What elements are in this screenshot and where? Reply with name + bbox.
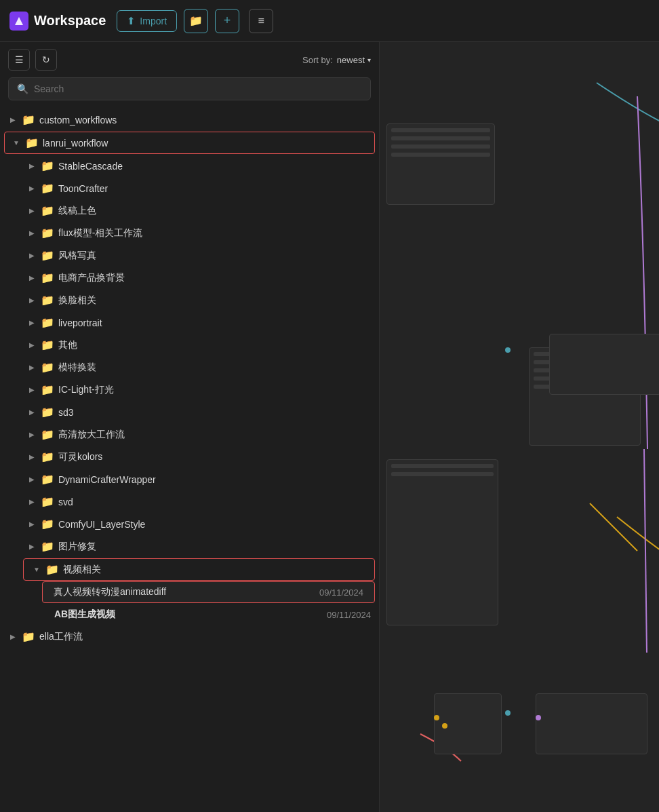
folder-label: 电商产品换背景 <box>58 272 371 284</box>
folder-label: ComfyUI_LayerStyle <box>58 519 371 530</box>
chevron-right-icon: ▶ <box>27 386 37 393</box>
folder-label: 可灵kolors <box>58 451 371 463</box>
folder-ic-light[interactable]: ▶ 📁 IC-Light-打光 <box>19 379 379 401</box>
folder-lanrui-workflow[interactable]: ▼ 📁 lanrui_workflow <box>4 132 375 154</box>
menu-button[interactable]: ≡ <box>249 9 273 33</box>
chevron-right-icon: ▶ <box>27 319 37 326</box>
node-3 <box>386 459 498 625</box>
workspace-title: Workspace <box>34 13 106 28</box>
folder-label-custom: custom_workflows <box>39 115 371 125</box>
chevron-right-icon: ▶ <box>27 543 37 550</box>
folder-label: flux模型-相关工作流 <box>58 227 371 239</box>
folder-label: IC-Light-打光 <box>58 384 371 396</box>
folder-other[interactable]: ▶ 📁 其他 <box>19 334 379 356</box>
file-name-ab: AB图生成视频 <box>54 608 327 621</box>
chevron-right-icon: ▶ <box>27 252 37 259</box>
folder-sketch-coloring[interactable]: ▶ 📁 线稿上色 <box>19 199 379 222</box>
folder-label-lanrui: lanrui_workflow <box>43 138 367 149</box>
folder-ella-workflow[interactable]: ▶ 📁 ella工作流 <box>0 625 379 648</box>
folder-label: DynamiCrafterWrapper <box>58 474 371 485</box>
video-children: 真人视频转动漫animatediff 09/11/2024 AB图生成视频 09… <box>19 581 379 625</box>
folder-svd[interactable]: ▶ 📁 svd <box>19 490 379 513</box>
plus-icon: + <box>224 14 231 28</box>
folder-label: ToonCrafter <box>58 183 371 194</box>
folder-label: 换脸相关 <box>58 294 371 307</box>
folder-icon: 📁 <box>41 204 54 217</box>
folder-video-related[interactable]: ▼ 📁 视频相关 <box>23 558 375 581</box>
folder-label: 风格写真 <box>58 250 371 262</box>
file-animatediff[interactable]: 真人视频转动漫animatediff 09/11/2024 <box>42 581 375 603</box>
chevron-right-icon: ▶ <box>27 296 37 304</box>
folder-comfyui-layer[interactable]: ▶ 📁 ComfyUI_LayerStyle <box>19 513 379 535</box>
app-logo-icon <box>9 12 28 31</box>
folder-icon-video: 📁 <box>45 563 59 576</box>
folder-hd-upscale[interactable]: ▶ 📁 高清放大工作流 <box>19 423 379 446</box>
sort-area: Sort by: newest ▾ <box>302 55 371 65</box>
chevron-down-icon-video: ▼ <box>32 566 41 573</box>
folder-label: liveportrait <box>58 317 371 328</box>
refresh-icon: ↻ <box>42 54 50 65</box>
folder-button[interactable]: 📁 <box>184 9 208 33</box>
folder-icon: 📁 <box>41 339 54 351</box>
folder-label: 高清放大工作流 <box>58 429 371 441</box>
list-icon: ☰ <box>15 54 24 65</box>
chevron-right-icon: ▶ <box>27 453 37 461</box>
chevron-right-icon: ▶ <box>27 364 37 371</box>
node-right-1 <box>549 334 659 395</box>
folder-custom-workflows[interactable]: ▶ 📁 custom_workflows <box>0 109 379 131</box>
folder-ecommerce-bg[interactable]: ▶ 📁 电商产品换背景 <box>19 267 379 289</box>
chevron-right-icon: ▶ <box>27 431 37 438</box>
search-bar: 🔍 <box>8 77 371 100</box>
folder-liveportrait[interactable]: ▶ 📁 liveportrait <box>19 311 379 334</box>
connector-yellow-2 <box>442 723 447 729</box>
folder-icon-lanrui: 📁 <box>25 136 39 149</box>
folder-label: 模特换装 <box>58 362 371 374</box>
folder-label-ella: ella工作流 <box>39 631 371 643</box>
import-button[interactable]: ⬆ Import <box>117 10 177 32</box>
refresh-button[interactable]: ↻ <box>35 49 57 71</box>
folder-toon-crafter[interactable]: ▶ 📁 ToonCrafter <box>19 177 379 199</box>
connector-yellow-1 <box>434 715 439 720</box>
folder-face-swap[interactable]: ▶ 📁 换脸相关 <box>19 289 379 311</box>
chevron-down-icon-lanrui: ▼ <box>12 139 21 147</box>
folder-style-portrait[interactable]: ▶ 📁 风格写真 <box>19 244 379 267</box>
folder-icon: 📁 <box>41 182 54 195</box>
folder-icon: 📁 <box>41 518 54 530</box>
folder-image-repair[interactable]: ▶ 📁 图片修复 <box>19 535 379 558</box>
folder-icon: 📁 <box>41 495 54 508</box>
file-ab-video[interactable]: AB图生成视频 09/11/2024 <box>38 604 379 625</box>
folder-icon: 📁 <box>41 361 54 374</box>
folder-label: svd <box>58 497 371 507</box>
list-view-button[interactable]: ☰ <box>8 49 30 71</box>
main-content: ☰ ↻ Sort by: newest ▾ 🔍 ▶ 📁 <box>0 42 659 812</box>
sidebar: ☰ ↻ Sort by: newest ▾ 🔍 ▶ 📁 <box>0 42 380 812</box>
folder-sd3[interactable]: ▶ 📁 sd3 <box>19 401 379 423</box>
folder-icon: 📁 <box>41 159 54 172</box>
folder-icon: 📁 <box>41 227 54 239</box>
chevron-right-icon: ▶ <box>27 274 37 282</box>
folder-label: 其他 <box>58 339 371 351</box>
connector-blue-bottom <box>505 710 511 716</box>
chevron-right-icon: ▶ <box>27 520 37 528</box>
sort-dropdown[interactable]: newest ▾ <box>337 55 371 65</box>
logo-area: Workspace <box>9 12 106 31</box>
node-1 <box>386 123 495 205</box>
folder-model-outfit[interactable]: ▶ 📁 模特换装 <box>19 356 379 379</box>
folder-stable-cascade[interactable]: ▶ 📁 StableCascade <box>19 155 379 177</box>
chevron-down-icon: ▾ <box>367 56 371 64</box>
folder-icon: 📁 <box>41 473 54 486</box>
folder-icon: 📁 <box>41 383 54 396</box>
sort-by-label: Sort by: <box>302 55 333 65</box>
sort-value: newest <box>337 55 365 65</box>
canvas-area <box>380 42 659 812</box>
folder-icon-ella: 📁 <box>22 630 35 643</box>
add-button[interactable]: + <box>215 9 239 33</box>
folder-keling-kolors[interactable]: ▶ 📁 可灵kolors <box>19 446 379 468</box>
folder-flux[interactable]: ▶ 📁 flux模型-相关工作流 <box>19 222 379 244</box>
node-bottom-2 <box>536 693 647 754</box>
folder-label: 线稿上色 <box>58 205 371 217</box>
chevron-right-icon: ▶ <box>27 408 37 416</box>
folder-dynami-crafter[interactable]: ▶ 📁 DynamiCrafterWrapper <box>19 468 379 490</box>
search-input[interactable] <box>34 83 362 94</box>
chevron-right-icon: ▶ <box>8 116 18 123</box>
